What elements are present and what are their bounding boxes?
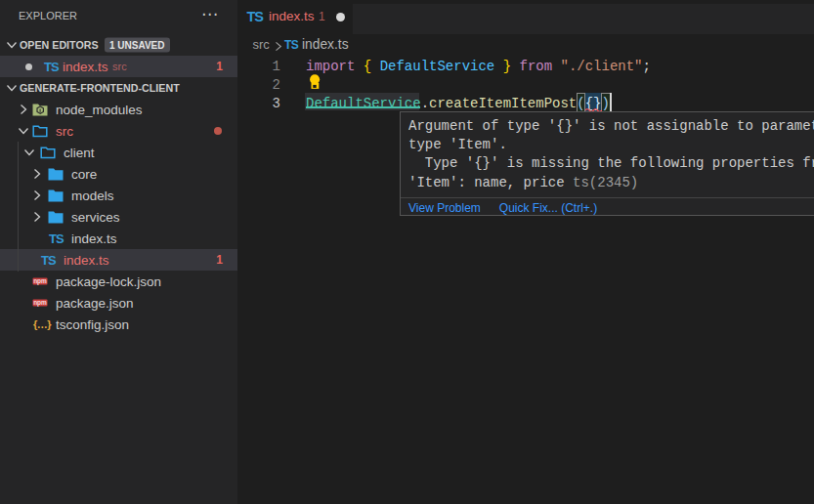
svg-text:npm: npm	[33, 299, 47, 307]
svg-text:npm: npm	[33, 277, 47, 285]
